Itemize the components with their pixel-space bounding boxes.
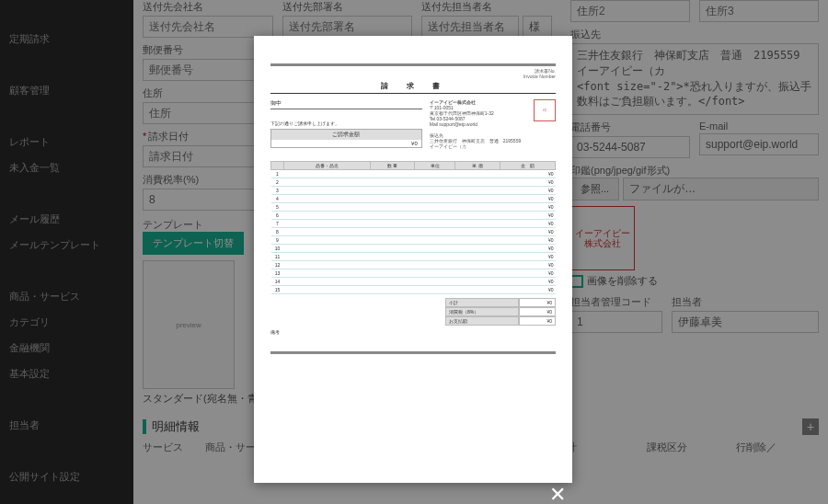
invoice-row: 3¥0 <box>271 187 556 195</box>
invoice-row: 4¥0 <box>271 195 556 203</box>
invoice-row: 5¥0 <box>271 203 556 212</box>
inv-th: 単 価 <box>455 162 500 170</box>
inv-tax-k: 消費税（8%） <box>445 307 519 316</box>
inv-grand-v: ¥0 <box>519 316 556 326</box>
invoice-row: 8¥0 <box>271 228 556 236</box>
inv-subtotal-v: ¥0 <box>519 298 556 307</box>
inv-amount-val: ¥0 <box>271 140 421 147</box>
inv-th: 単位 <box>415 162 455 170</box>
inv-th: 金 額 <box>500 162 556 170</box>
inv-bank: 振込先 三井住友銀行 神保町支店 普通 2195559 イーアイピー（カ <box>430 132 556 149</box>
inv-grand-k: お支払額 <box>445 316 519 326</box>
invoice-totals: 小計¥0 消費税（8%）¥0 お支払額¥0 <box>445 298 556 326</box>
template-preview-modal: 請求書No. Invoice Number 請 求 書 御中 下記の通りご請求申… <box>254 36 572 483</box>
invoice-row: 9¥0 <box>271 236 556 245</box>
invoice-row: 7¥0 <box>271 220 556 228</box>
invoice-row: 10¥0 <box>271 245 556 253</box>
inv-subtotal-k: 小計 <box>445 298 519 307</box>
inv-stamp-icon: 印 <box>534 99 556 121</box>
invoice-row: 1¥0 <box>271 170 556 178</box>
invoice-table: 品番・品名 数 量 単位 単 価 金 額 1¥02¥03¥04¥05¥06¥07… <box>270 161 556 294</box>
invoice-row: 11¥0 <box>271 253 556 261</box>
inv-th: 品番・品名 <box>284 162 371 170</box>
inv-invnum-label: Invoice Number <box>523 74 556 79</box>
close-icon[interactable]: ✕ <box>547 486 568 504</box>
inv-note-label: 備考 <box>270 329 556 335</box>
invoice-preview: 請求書No. Invoice Number 請 求 書 御中 下記の通りご請求申… <box>270 63 556 354</box>
inv-th <box>271 162 284 170</box>
inv-to-suffix: 御中 <box>270 100 282 106</box>
invoice-row: 15¥0 <box>271 286 556 294</box>
inv-th: 数 量 <box>371 162 415 170</box>
invoice-row: 14¥0 <box>271 278 556 286</box>
invoice-row: 12¥0 <box>271 261 556 269</box>
inv-tax-v: ¥0 <box>519 307 556 316</box>
invoice-title: 請 求 書 <box>270 81 556 94</box>
inv-amount-head: ご請求金額 <box>271 130 421 140</box>
invoice-row: 6¥0 <box>271 212 556 220</box>
invoice-row: 13¥0 <box>271 269 556 278</box>
invoice-row: 2¥0 <box>271 178 556 187</box>
inv-memo: 下記の通りご請求申し上げます。 <box>270 120 422 126</box>
